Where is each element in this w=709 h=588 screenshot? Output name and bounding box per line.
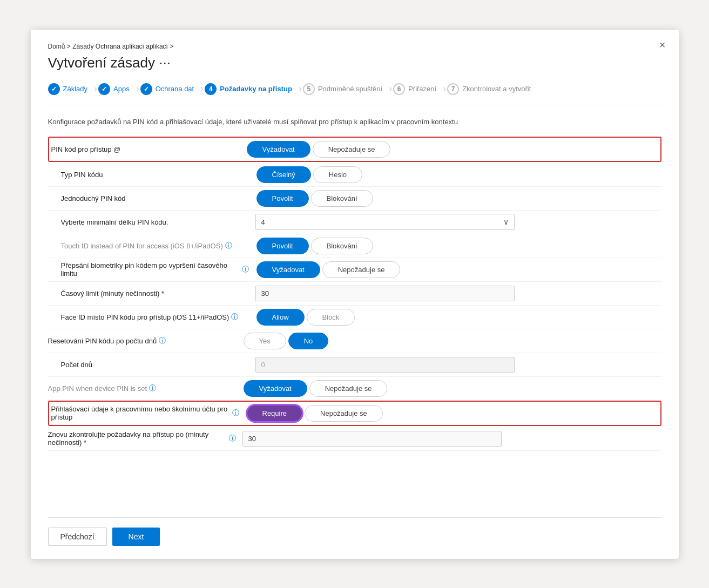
step-7-circle: 7	[447, 83, 459, 95]
toggle-face-id: Allow Block	[255, 309, 356, 326]
toggle-face-id-allow[interactable]: Allow	[256, 309, 305, 326]
step-5-label: Podmíněné spuštění	[318, 85, 382, 93]
breadcrumb-text: Domů > Zásady Ochrana aplikací aplikací …	[48, 43, 174, 50]
info-icon-app-pin-device[interactable]: ⓘ	[149, 383, 156, 393]
label-app-pin-device: App PIN when device PIN is set ⓘ	[48, 383, 242, 393]
toggle-touch-id: Povolit Blokování	[255, 238, 374, 254]
steps-bar: Základy › Apps › Ochrana dat › 4 Požadav…	[48, 81, 661, 105]
toggle-pin-access-nepozaduje[interactable]: Nepožaduje se	[313, 141, 391, 158]
dropdown-pin-length-value: 4	[261, 218, 265, 226]
step-7-label: Zkontrolovat a vytvořit	[462, 85, 531, 93]
page-title: Vytvoření zásady ···	[48, 55, 661, 71]
control-pin-access: Vyžadovat Nepožaduje se	[246, 141, 658, 158]
control-face-id: Allow Block	[255, 309, 661, 326]
info-icon-biometrics[interactable]: ⓘ	[242, 265, 249, 274]
row-num-days: Počet dnů	[48, 353, 661, 377]
row-simple-pin: Jednoduchý PIN kód Povolit Blokování	[48, 187, 661, 211]
footer: Předchozí Next	[48, 517, 661, 546]
toggle-app-pin-device: Vyžadovat Nepožaduje se	[242, 380, 389, 397]
control-credentials: Require Nepožaduje se	[246, 405, 658, 422]
label-recheck: Znovu zkontrolujte požadavky na přístup …	[48, 430, 242, 447]
next-button[interactable]: Next	[112, 528, 160, 546]
label-touch-id-text: Touch ID instead of PIN for access (iOS …	[61, 242, 223, 250]
control-pin-reset: Yes No	[242, 333, 661, 349]
label-pin-reset: Resetování PIN kódu po počtu dnů ⓘ	[48, 336, 242, 346]
step-7-review[interactable]: 7 Zkontrolovat a vytvořit	[447, 81, 536, 97]
step-1-basics[interactable]: Základy	[48, 81, 93, 97]
step-1-label: Základy	[63, 85, 88, 93]
section-description: Konfigurace požadavků na PIN kód a přihl…	[48, 117, 661, 127]
toggle-biometrics-nepozaduje[interactable]: Nepožaduje se	[322, 261, 401, 278]
step-5-conditional[interactable]: 5 Podmíněné spuštění	[303, 81, 388, 97]
info-icon-recheck[interactable]: ⓘ	[229, 434, 236, 443]
control-app-pin-device: Vyžadovat Nepožaduje se	[242, 380, 661, 397]
step-2-apps[interactable]: Apps	[98, 81, 135, 97]
step-3-circle	[140, 83, 152, 95]
toggle-pin-type-heslo[interactable]: Heslo	[313, 166, 362, 183]
toggle-pin-reset: Yes No	[242, 333, 330, 349]
toggle-simple-pin-blokovani[interactable]: Blokování	[311, 190, 373, 207]
control-biometrics: Vyžadovat Nepožaduje se	[255, 261, 661, 278]
label-simple-pin: Jednoduchý PIN kód	[61, 194, 255, 202]
toggle-touch-id-povolit[interactable]: Povolit	[256, 238, 309, 254]
input-num-days[interactable]	[255, 357, 515, 373]
prev-button[interactable]: Předchozí	[48, 528, 107, 546]
step-6-assignment[interactable]: 6 Přiřazení	[393, 81, 442, 97]
step-2-label: Apps	[113, 85, 130, 93]
label-timeout: Časový limit (minuty nečinnosti) *	[61, 289, 255, 298]
control-num-days	[255, 357, 661, 373]
info-icon-credentials[interactable]: ⓘ	[232, 408, 239, 418]
row-recheck: Znovu zkontrolujte požadavky na přístup …	[48, 427, 661, 451]
label-face-id-text: Face ID místo PIN kódu pro přístup (iOS …	[61, 313, 229, 321]
row-biometrics: Přepsání biometriky pin kódem po vypršen…	[48, 258, 661, 282]
control-pin-type: Číselný Heslo	[255, 166, 661, 183]
info-icon-pin-reset[interactable]: ⓘ	[159, 336, 166, 346]
breadcrumb: Domů > Zásady Ochrana aplikací aplikací …	[48, 43, 661, 50]
step-sep-5: ›	[389, 83, 392, 94]
row-app-pin-device: App PIN when device PIN is set ⓘ Vyžadov…	[48, 377, 661, 401]
control-timeout	[255, 286, 661, 301]
row-timeout: Časový limit (minuty nečinnosti) *	[48, 282, 661, 306]
label-recheck-text: Znovu zkontrolujte požadavky na přístup …	[48, 430, 227, 447]
label-pin-length: Vyberte minimální délku PIN kódu.	[61, 218, 255, 226]
input-recheck[interactable]	[242, 431, 502, 447]
control-touch-id: Povolit Blokování	[255, 238, 661, 254]
label-biometrics: Přepsání biometriky pin kódem po vypršen…	[61, 261, 255, 278]
label-pin-type: Typ PIN kódu	[61, 171, 255, 179]
toggle-credentials-nepozaduje[interactable]: Nepožaduje se	[305, 405, 383, 422]
step-4-access[interactable]: 4 Požadavky na přístup	[205, 81, 298, 97]
label-face-id: Face ID místo PIN kódu pro přístup (iOS …	[61, 312, 255, 322]
input-timeout[interactable]	[255, 286, 515, 301]
toggle-pin-reset-no[interactable]: No	[288, 333, 329, 349]
toggle-app-pin-device-nepozaduje[interactable]: Nepožaduje se	[309, 380, 388, 397]
toggle-pin-access: Vyžadovat Nepožaduje se	[246, 141, 392, 158]
toggle-touch-id-blokovani[interactable]: Blokování	[311, 238, 373, 254]
row-pin-length: Vyberte minimální délku PIN kódu. 4 ∨	[48, 211, 661, 234]
step-4-circle: 4	[205, 83, 217, 95]
label-app-pin-device-text: App PIN when device PIN is set	[48, 384, 147, 393]
toggle-pin-access-vyžadovat[interactable]: Vyžadovat	[247, 141, 310, 158]
dropdown-pin-length[interactable]: 4 ∨	[255, 214, 515, 230]
step-5-circle: 5	[303, 83, 315, 95]
info-icon-touch-id[interactable]: ⓘ	[225, 241, 232, 251]
toggle-pin-reset-yes[interactable]: Yes	[244, 333, 286, 349]
step-sep-6: ›	[443, 83, 446, 94]
toggle-pin-type-ciselny[interactable]: Číselný	[256, 166, 311, 183]
info-icon-face-id[interactable]: ⓘ	[231, 312, 238, 322]
row-touch-id: Touch ID instead of PIN for access (iOS …	[48, 234, 661, 258]
step-sep-1: ›	[94, 83, 97, 94]
step-sep-2: ›	[136, 83, 139, 94]
toggle-app-pin-device-vyžadovat[interactable]: Vyžadovat	[244, 380, 307, 397]
toggle-face-id-block[interactable]: Block	[307, 309, 355, 326]
control-simple-pin: Povolit Blokování	[255, 190, 661, 207]
toggle-simple-pin-povolit[interactable]: Povolit	[256, 190, 309, 207]
toggle-biometrics-vyžadovat[interactable]: Vyžadovat	[256, 261, 320, 278]
label-num-days: Počet dnů	[61, 361, 255, 369]
step-2-circle	[98, 83, 110, 95]
close-button[interactable]: ×	[659, 39, 666, 50]
step-6-label: Přiřazení	[408, 85, 436, 93]
toggle-credentials: Require Nepožaduje se	[246, 405, 384, 422]
step-3-dataprotection[interactable]: Ochrana dat	[140, 81, 200, 97]
toggle-credentials-require[interactable]: Require	[247, 405, 303, 422]
step-3-label: Ochrana dat	[156, 85, 194, 93]
